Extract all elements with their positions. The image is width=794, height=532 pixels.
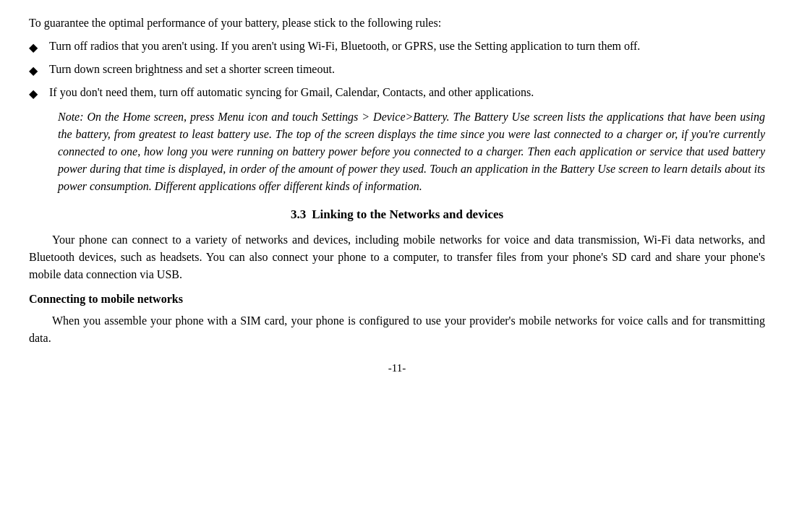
list-item: ◆ If you don't need them, turn off autom… bbox=[29, 84, 765, 103]
list-item: ◆ Turn off radios that you aren't using.… bbox=[29, 38, 765, 56]
section-number: 3.3 bbox=[291, 207, 306, 221]
bullet-icon: ◆ bbox=[29, 38, 49, 56]
bullet-icon: ◆ bbox=[29, 61, 49, 80]
list-item: ◆ Turn down screen brightness and set a … bbox=[29, 61, 765, 80]
bullet-text: Turn down screen brightness and set a sh… bbox=[49, 61, 765, 78]
section-title: Linking to the Networks and devices bbox=[312, 207, 503, 221]
bullet-text: Turn off radios that you aren't using. I… bbox=[49, 38, 765, 55]
subsection-heading: Connecting to mobile networks bbox=[29, 291, 765, 308]
note-text: Note: On the Home screen, press Menu ico… bbox=[58, 111, 765, 192]
section-paragraph: Your phone can connect to a variety of n… bbox=[29, 231, 765, 283]
page-number: -11- bbox=[29, 360, 765, 377]
page-content: To guarantee the optimal performance of … bbox=[29, 14, 765, 376]
note-block: Note: On the Home screen, press Menu ico… bbox=[58, 108, 765, 195]
bullet-list: ◆ Turn off radios that you aren't using.… bbox=[29, 38, 765, 103]
subsection-paragraph: When you assemble your phone with a SIM … bbox=[29, 312, 765, 347]
section-heading: 3.3Linking to the Networks and devices bbox=[29, 205, 765, 224]
bullet-text: If you don't need them, turn off automat… bbox=[49, 84, 765, 101]
bullet-icon: ◆ bbox=[29, 84, 49, 103]
intro-line: To guarantee the optimal performance of … bbox=[29, 14, 765, 32]
